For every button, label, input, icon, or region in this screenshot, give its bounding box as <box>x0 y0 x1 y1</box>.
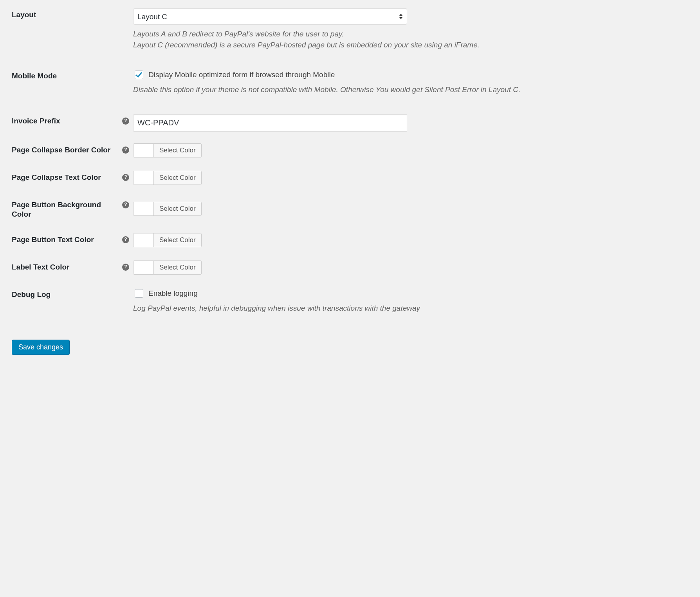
help-icon[interactable]: ? <box>122 147 129 154</box>
help-icon[interactable]: ? <box>122 201 129 208</box>
help-icon[interactable]: ? <box>122 118 129 125</box>
label-text-color-label: Label Text Color <box>12 262 119 272</box>
color-picker[interactable]: Select Color <box>133 143 202 157</box>
mobile-mode-label: Mobile Mode <box>12 71 129 81</box>
row-invoice-prefix: Invoice Prefix ? <box>12 109 688 137</box>
row-page-button-bg-color: Page Button Background Color ? Select Co… <box>12 192 688 227</box>
select-color-button[interactable]: Select Color <box>154 202 201 215</box>
debug-log-checkbox[interactable] <box>135 289 143 298</box>
row-page-collapse-border-color: Page Collapse Border Color ? Select Colo… <box>12 137 688 165</box>
invoice-prefix-input[interactable] <box>133 114 407 132</box>
page-button-bg-color-label: Page Button Background Color <box>12 200 119 219</box>
settings-form: Layout Layout C Layouts A and B redirect… <box>0 0 700 371</box>
save-changes-button[interactable]: Save changes <box>12 340 70 355</box>
invoice-prefix-label: Invoice Prefix <box>12 116 119 126</box>
color-swatch[interactable] <box>134 261 154 274</box>
page-button-text-color-label: Page Button Text Color <box>12 235 119 245</box>
select-color-button[interactable]: Select Color <box>154 144 201 157</box>
color-swatch[interactable] <box>134 233 154 247</box>
select-color-button[interactable]: Select Color <box>154 261 201 274</box>
color-swatch[interactable] <box>134 202 154 215</box>
help-icon[interactable]: ? <box>122 174 129 181</box>
select-color-button[interactable]: Select Color <box>154 233 201 247</box>
mobile-mode-checkbox-label: Display Mobile optimized form if browsed… <box>148 71 335 79</box>
color-picker[interactable]: Select Color <box>133 261 202 275</box>
mobile-mode-checkbox[interactable] <box>135 71 143 79</box>
debug-log-checkbox-label: Enable logging <box>148 289 198 298</box>
help-icon[interactable]: ? <box>122 264 129 271</box>
layout-description: Layouts A and B redirect to PayPal's web… <box>133 29 564 50</box>
select-color-button[interactable]: Select Color <box>154 171 201 185</box>
row-page-button-text-color: Page Button Text Color ? Select Color <box>12 227 688 255</box>
row-layout: Layout Layout C Layouts A and B redirect… <box>12 2 688 63</box>
mobile-mode-description: Disable this option if your theme is not… <box>133 84 564 95</box>
debug-log-label: Debug Log <box>12 290 129 300</box>
color-picker[interactable]: Select Color <box>133 202 202 216</box>
color-swatch[interactable] <box>134 171 154 185</box>
row-debug-log: Debug Log Enable logging Log PayPal even… <box>12 282 688 327</box>
layout-label: Layout <box>12 10 129 20</box>
debug-log-description: Log PayPal events, helpful in debugging … <box>133 303 564 314</box>
color-swatch[interactable] <box>134 144 154 157</box>
page-collapse-text-color-label: Page Collapse Text Color <box>12 173 119 183</box>
page-collapse-border-color-label: Page Collapse Border Color <box>12 145 119 155</box>
help-icon[interactable]: ? <box>122 236 129 243</box>
color-picker[interactable]: Select Color <box>133 233 202 247</box>
row-mobile-mode: Mobile Mode Display Mobile optimized for… <box>12 63 688 109</box>
layout-select[interactable]: Layout C <box>133 8 407 25</box>
color-picker[interactable]: Select Color <box>133 171 202 185</box>
row-label-text-color: Label Text Color ? Select Color <box>12 255 688 282</box>
row-page-collapse-text-color: Page Collapse Text Color ? Select Color <box>12 165 688 192</box>
